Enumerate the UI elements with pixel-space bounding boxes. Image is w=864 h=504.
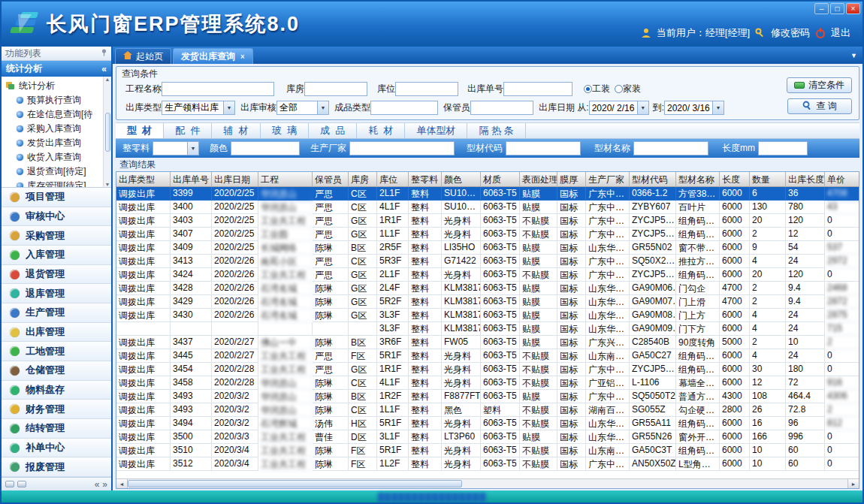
table-row[interactable]: 调拨出库34292020/2/26石湾名城陈琳G区5R2F整料KLM381760…	[116, 295, 859, 309]
column-header[interactable]: 工程	[258, 172, 313, 186]
profile-name-input[interactable]	[633, 141, 708, 155]
table-row[interactable]: 调拨出库34372020/2/27佛山一中陈琳B区3R6F整料FW056063-…	[116, 336, 859, 349]
tree-item[interactable]: 库存管理[待定]	[5, 179, 101, 188]
column-header[interactable]: 颜色	[442, 172, 481, 186]
change-password-link[interactable]: 修改密码	[771, 26, 810, 40]
sidebar-item-inbound[interactable]: 入库管理	[2, 246, 111, 265]
table-row[interactable]: 调拨出库35002020/3/3工业共工程曹佳D区3L1F整料LT3P60606…	[116, 430, 859, 444]
table-row[interactable]: 调拨出库34542020/2/28工业共工程严思G区1R1F整料光身料6063-…	[116, 363, 859, 376]
collapse-icon[interactable]: «	[101, 64, 107, 74]
column-header[interactable]: 出库长度	[786, 172, 825, 186]
table-row[interactable]: 调拨出库34032020/2/25工业共工程严思G区1R1F整料光身料6063-…	[116, 214, 859, 228]
profile-code-input[interactable]	[506, 141, 581, 155]
material-tab[interactable]: 配 件	[164, 123, 212, 138]
material-tab[interactable]: 玻 璃	[261, 123, 309, 138]
logout-link[interactable]: 退出	[831, 26, 850, 40]
sidebar-item-site[interactable]: 工地管理	[2, 342, 111, 361]
scroll-right-icon[interactable]: ►	[847, 479, 859, 488]
table-row[interactable]: 调拨出库34932020/3/2华润原山陈琳B区1R2F整料F8877FT606…	[116, 390, 859, 403]
warehouse-input[interactable]	[304, 82, 367, 96]
column-header[interactable]: 型材代码	[630, 172, 676, 186]
scroll-up-icon[interactable]: ▲	[105, 77, 110, 82]
table-row[interactable]: 调拨出库35122020/3/4工业共工程陈琳F区1L2F整料光身料6063-T…	[116, 457, 859, 471]
tab-shipping-outbound-query[interactable]: 发货出库查询 ×	[173, 48, 253, 64]
sidebar-item-audit[interactable]: 审核中心	[2, 207, 111, 227]
tree-item[interactable]: 在途信息查询[待	[5, 107, 101, 122]
column-header[interactable]: 保管员	[313, 172, 349, 186]
table-row[interactable]: 调拨出库34452020/2/27工业共工程严思F区5R1F整料光身料6063-…	[116, 349, 859, 363]
sidebar-section-statistics[interactable]: 统计分析 «	[2, 61, 111, 77]
tree-item[interactable]: 预算执行查询	[5, 93, 101, 107]
sidebar-item-carryover[interactable]: 结转管理	[2, 419, 111, 439]
close-button[interactable]: ×	[846, 3, 860, 14]
horizontal-scrollbar[interactable]: ◄ ►	[116, 478, 859, 488]
material-tab[interactable]: 单体型材	[405, 123, 467, 138]
search-button[interactable]: 查 询	[787, 98, 852, 114]
column-header[interactable]: 库位	[377, 172, 409, 186]
table-row[interactable]: 调拨出库34242020/2/26工业共工程严思G区2L1F整料光身料6063-…	[116, 268, 859, 282]
whole-scrap-select[interactable]: 全部 ▼	[153, 141, 199, 155]
manufacturer-input[interactable]	[349, 141, 455, 155]
sidebar-item-warehouse[interactable]: 仓储管理	[2, 361, 111, 381]
table-row[interactable]: 调拨出库34002020/2/25华润原山严思C区4L1F整料SU10…6063…	[116, 201, 859, 214]
column-header[interactable]: 长度	[720, 172, 750, 186]
radio-jiazhuang[interactable]	[615, 85, 623, 93]
table-row[interactable]: 调拨出库34302020/2/26石湾名城陈琳G区3L3F整料KLM381760…	[116, 309, 859, 322]
scroll-down-icon[interactable]: ▼	[105, 182, 110, 187]
sidebar-item-purchase[interactable]: 采购管理	[2, 226, 111, 246]
material-tab[interactable]: 隔 热 条	[467, 123, 525, 138]
table-row[interactable]: 调拨出库34282020/2/26石湾名城陈琳G区2L4F整料KLM381760…	[116, 282, 859, 295]
expand-icon[interactable]: »	[102, 479, 107, 490]
tree-item[interactable]: 采购入库查询	[5, 122, 101, 136]
material-tab[interactable]: 耗 材	[357, 123, 405, 138]
location-input[interactable]	[395, 82, 458, 96]
sidebar-item-stocktake[interactable]: 物料盘存	[2, 381, 111, 400]
table-row[interactable]: 调拨出库33992020/2/25华润原山严思C区2L1F整料SU10…6063…	[116, 187, 859, 201]
sidebar-item-finance[interactable]: 财务管理	[2, 400, 111, 419]
audit-select[interactable]: 全部 ▼	[276, 101, 329, 115]
column-header[interactable]: 出库类型	[116, 172, 171, 186]
table-row[interactable]: 调拨出库34132020/2/26南苑小区严思C区5R3F整料G71422606…	[116, 255, 859, 268]
scrollbar-thumb[interactable]	[105, 113, 110, 152]
monitor-icon[interactable]	[17, 481, 26, 487]
tree-root[interactable]: 统计分析	[5, 79, 101, 93]
scroll-left-icon[interactable]: ◄	[116, 479, 128, 488]
length-input[interactable]	[758, 141, 808, 155]
scrollbar-thumb[interactable]	[128, 480, 462, 487]
column-header[interactable]: 型材名称	[676, 172, 720, 186]
sidebar-item-reorder[interactable]: 补单中心	[2, 439, 111, 458]
collapse-icon[interactable]: «	[95, 479, 100, 490]
product-type-input[interactable]	[370, 101, 438, 115]
sidebar-item-outbound[interactable]: 出库管理	[2, 323, 111, 343]
column-header[interactable]: 库房	[349, 172, 377, 186]
table-row[interactable]: 调拨出库34942020/3/2石湾辉城汤伟H区5R1F整料光身料6063-T5…	[116, 417, 859, 430]
tab-overflow-icon[interactable]: ▼	[850, 52, 857, 59]
project-name-input[interactable]	[162, 82, 274, 96]
material-tab[interactable]: 成 品	[309, 123, 357, 138]
tree-scrollbar[interactable]: ▲ ▼	[103, 77, 111, 187]
column-header[interactable]: 材质	[481, 172, 520, 186]
column-header[interactable]: 表面处理	[520, 172, 557, 186]
date-from-select[interactable]: 2020/ 2/16 ▼	[589, 101, 649, 115]
table-row[interactable]: 调拨出库35102020/3/4工业共工程陈琳F区5R1F整料光身料6063-T…	[116, 444, 859, 457]
tree-item[interactable]: 收货入库查询	[5, 150, 101, 164]
pin-icon[interactable]	[101, 48, 107, 59]
sidebar-item-restock[interactable]: 退库管理	[2, 284, 111, 303]
sidebar-item-return[interactable]: 退货管理	[2, 265, 111, 285]
color-input[interactable]	[231, 141, 300, 155]
sidebar-item-project[interactable]: 项目管理	[2, 188, 111, 207]
table-row[interactable]: 3L3F整料KLM38176063-T5贴膜国标山东华…GA90M09…门下方6…	[116, 322, 859, 336]
table-row[interactable]: 调拨出库34072020/2/25工业园严思G区1L1F整料光身料6063-T5…	[116, 228, 859, 241]
column-header[interactable]: 生产厂家	[586, 172, 630, 186]
material-tab[interactable]: 辅 材	[212, 123, 260, 138]
table-row[interactable]: 调拨出库34932020/3/2华润原山陈琳C区1L1F整料黑色塑料不贴膜国标湖…	[116, 403, 859, 417]
radio-gongzhuang[interactable]	[584, 85, 592, 93]
sidebar-item-produce[interactable]: 生产管理	[2, 303, 111, 323]
column-header[interactable]: 整零料	[409, 172, 442, 186]
tree-item[interactable]: 发货出库查询	[5, 136, 101, 150]
table-row[interactable]: 调拨出库34582020/2/28华润原山陈琳C区4L1F整料光身料6063-T…	[116, 376, 859, 390]
close-tab-icon[interactable]: ×	[240, 53, 245, 61]
tab-home[interactable]: 起始页	[115, 48, 171, 64]
column-header[interactable]: 膜厚	[557, 172, 586, 186]
table-row[interactable]: 调拨出库34092020/2/25长城网络陈琳B区2R5F整料LI35HO606…	[116, 241, 859, 255]
